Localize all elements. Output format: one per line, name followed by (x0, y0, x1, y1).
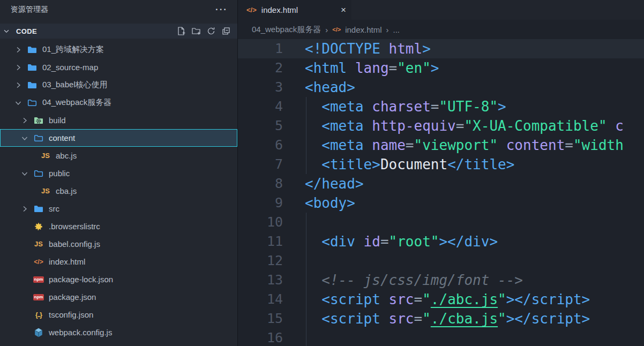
collapse-folders-icon[interactable] (221, 26, 231, 36)
code-area[interactable]: 1<!DOCTYPE html>2<html lang="en">3<head>… (238, 39, 644, 346)
code-line-16[interactable]: 16 (238, 328, 644, 346)
breadcrumb: 04_webpack服务器 › </> index.html › ... (238, 20, 644, 39)
chevron-spacer (20, 275, 29, 284)
vscode-window: 资源管理器 ··· CODE 0 (0, 0, 644, 346)
tree-item-src[interactable]: src (0, 200, 237, 217)
folder-closed-icon (27, 80, 38, 91)
chevron-right-icon[interactable] (14, 46, 23, 54)
chevron-spacer (20, 240, 29, 249)
tree-item-label: content (49, 133, 75, 142)
chevron-down-icon[interactable] (20, 134, 29, 142)
explorer-sidebar: 资源管理器 ··· CODE 0 (0, 0, 238, 346)
code-line-2[interactable]: 2<html lang="en"> (238, 58, 644, 78)
tree-item-label: 02_source-map (42, 63, 98, 72)
line-number: 9 (238, 193, 283, 213)
tree-item-03_babel核心使用[interactable]: 03_babel核心使用 (0, 76, 237, 94)
line-content: </head> (283, 174, 644, 193)
section-actions (176, 26, 231, 36)
js-icon: JS (33, 239, 44, 250)
tree-item-babel.config.js[interactable]: JSbabel.config.js (0, 235, 237, 253)
js-icon: JS (40, 151, 51, 161)
tree-item-content[interactable]: content (0, 129, 237, 147)
line-number: 8 (238, 174, 283, 193)
line-content: <!DOCTYPE html> (283, 39, 644, 58)
tab-index-html[interactable]: </> index.html × (238, 0, 351, 20)
tree-item-label: .browserslistrc (49, 222, 100, 231)
tree-item-label: index.html (49, 257, 85, 266)
folder-open-icon (27, 97, 38, 108)
line-content: <meta name="viewport" content="width (283, 136, 644, 155)
code-line-14[interactable]: 14 <script src="./abc.js"></script> (238, 290, 644, 309)
line-number: 7 (238, 155, 283, 174)
chevron-spacer (20, 311, 29, 319)
tree-item-01_跨域解决方案[interactable]: 01_跨域解决方案 (0, 41, 237, 58)
tree-item-label: package.json (49, 292, 96, 302)
breadcrumb-item-folder[interactable]: 04_webpack服务器 (252, 25, 321, 35)
browserslist-icon (33, 221, 44, 232)
tree-item-04_webpack服务器[interactable]: 04_webpack服务器 (0, 94, 237, 111)
chevron-down-icon[interactable] (20, 169, 29, 178)
line-number: 1 (238, 39, 283, 58)
tree-item-02_source-map[interactable]: 02_source-map (0, 58, 237, 76)
tree-item-label: cba.js (56, 186, 77, 195)
refresh-icon[interactable] (206, 26, 216, 36)
line-number: 10 (238, 213, 283, 232)
code-line-1[interactable]: 1<!DOCTYPE html> (238, 39, 644, 58)
chevron-spacer (20, 258, 29, 266)
line-content: <html lang="en"> (283, 58, 644, 78)
chevron-right-icon[interactable] (14, 63, 23, 72)
tree-item-clipped[interactable] (0, 341, 237, 346)
webpack-icon (33, 327, 44, 338)
chevron-right-icon[interactable] (20, 205, 29, 213)
code-line-9[interactable]: 9<body> (238, 193, 644, 213)
line-number: 4 (238, 97, 283, 116)
tree-item-public[interactable]: public (0, 164, 237, 182)
code-line-12[interactable]: 12 (238, 251, 644, 270)
code-line-10[interactable]: 10 (238, 213, 644, 232)
code-line-3[interactable]: 3<head> (238, 78, 644, 97)
line-number: 3 (238, 78, 283, 97)
chevron-spacer (20, 328, 29, 337)
breadcrumb-item-symbol[interactable]: ... (393, 25, 400, 34)
code-line-7[interactable]: 7 <title>Document</title> (238, 155, 644, 174)
chevron-down-icon[interactable] (14, 99, 23, 107)
tree-item-cba.js[interactable]: JScba.js (0, 182, 237, 200)
close-tab-icon[interactable]: × (341, 5, 346, 16)
line-number: 16 (238, 328, 283, 346)
tree-item-tsconfig.json[interactable]: {..}tsconfig.json (0, 306, 237, 324)
tree-item-label: 01_跨域解决方案 (42, 44, 104, 55)
tree-item-.browserslistrc[interactable]: .browserslistrc (0, 217, 237, 235)
tree-item-package-lock.json[interactable]: npmpackage-lock.json (0, 270, 237, 288)
code-line-5[interactable]: 5 <meta http-equiv="X-UA-Compatible" c (238, 116, 644, 136)
folder-open-icon (33, 168, 44, 179)
folder-closed-icon (27, 44, 38, 55)
folder-closed-icon (27, 62, 38, 73)
code-line-15[interactable]: 15 <script src="./cba.js"></script> (238, 309, 644, 328)
new-file-icon[interactable] (176, 26, 186, 36)
line-content: <body> (283, 193, 644, 213)
code-line-13[interactable]: 13 <!-- js/css/img/font --> (238, 270, 644, 290)
js-icon: JS (40, 186, 51, 197)
folder-closed-icon (33, 204, 44, 214)
code-line-4[interactable]: 4 <meta charset="UTF-8"> (238, 97, 644, 116)
chevron-right-icon[interactable] (14, 81, 23, 89)
tree-item-index.html[interactable]: </>index.html (0, 253, 237, 270)
section-header-code[interactable]: CODE (0, 24, 237, 39)
section-label: CODE (16, 27, 37, 35)
tab-label: index.html (261, 5, 298, 14)
line-content: <script src="./abc.js"></script> (283, 290, 644, 309)
tree-item-webpack.config.js[interactable]: webpack.config.js (0, 324, 237, 341)
breadcrumb-item-file[interactable]: index.html (345, 25, 381, 34)
more-actions-icon[interactable]: ··· (215, 4, 228, 15)
code-line-8[interactable]: 8</head> (238, 174, 644, 193)
chevron-right-icon[interactable] (20, 116, 29, 125)
tree-item-package.json[interactable]: npmpackage.json (0, 288, 237, 306)
html-file-icon: </> (332, 27, 341, 33)
line-content: <head> (283, 78, 644, 97)
tree-item-abc.js[interactable]: JSabc.js (0, 147, 237, 164)
code-line-6[interactable]: 6 <meta name="viewport" content="width (238, 136, 644, 155)
tree-item-build[interactable]: build (0, 111, 237, 129)
code-line-11[interactable]: 11 <div id="root"></div> (238, 232, 644, 251)
new-folder-icon[interactable] (191, 26, 201, 36)
tree-item-label: abc.js (56, 151, 77, 160)
